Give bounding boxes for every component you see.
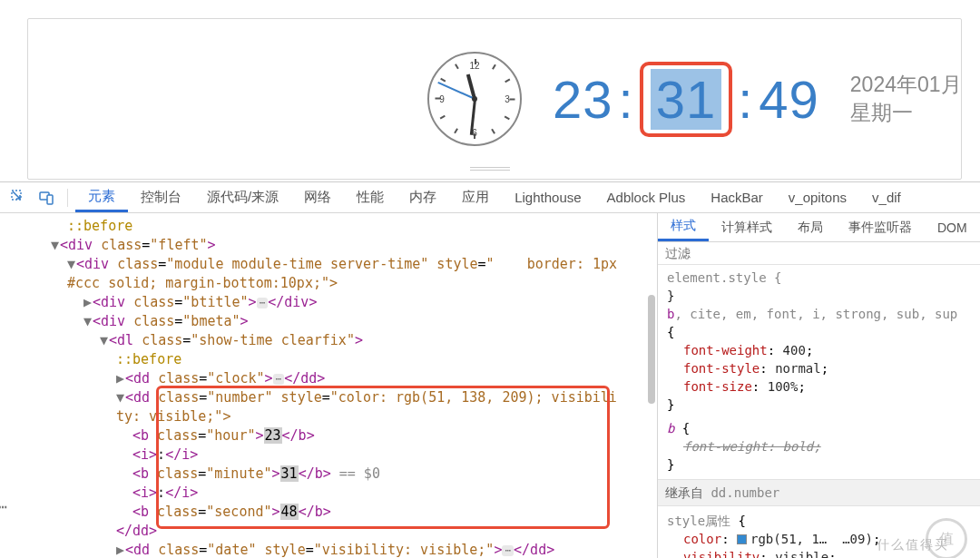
filter-input[interactable]: [665, 246, 973, 260]
tab-network[interactable]: 网络: [291, 182, 344, 212]
tab-voptions[interactable]: v_opitons: [776, 182, 859, 212]
tab-memory[interactable]: 内存: [397, 182, 449, 212]
date-line: 2024年01月22: [850, 71, 962, 99]
divider: [67, 189, 68, 207]
tab-console[interactable]: 控制台: [128, 182, 194, 212]
devtools-panel: 元素 控制台 源代码/来源 网络 性能 内存 应用 Lighthouse Adb…: [0, 181, 980, 558]
second-value: 49: [759, 69, 819, 130]
color-swatch-icon[interactable]: [737, 534, 747, 544]
tab-sources[interactable]: 源代码/来源: [194, 182, 291, 212]
tab-lighthouse[interactable]: Lighthouse: [502, 182, 593, 212]
tab-hackbar[interactable]: HackBar: [698, 182, 776, 212]
svg-rect-2: [47, 195, 53, 204]
page-preview: 12 3 6 9 23 : 31 : 49 2024年01月22 星期一: [27, 18, 962, 180]
tab-elements[interactable]: 元素: [75, 182, 128, 212]
minute-highlight-box: 31: [640, 62, 733, 137]
subtab-styles[interactable]: 样式: [658, 213, 709, 241]
dom-tree[interactable]: ⋯ ::before ▼<div class="fleft"> ▼<div cl…: [0, 213, 657, 558]
inspect-icon[interactable]: [5, 184, 33, 211]
tab-vdif[interactable]: v_dif: [859, 182, 914, 212]
scrollbar[interactable]: [648, 295, 655, 404]
subtab-eventlisteners[interactable]: 事件监听器: [836, 213, 925, 241]
resize-handle[interactable]: [470, 167, 510, 172]
tab-adblock[interactable]: Adblock Plus: [594, 182, 699, 212]
device-toggle-icon[interactable]: [33, 184, 60, 211]
digital-clock: 23 : 31 : 49: [553, 62, 819, 137]
tab-application[interactable]: 应用: [449, 182, 502, 212]
date-block: 2024年01月22 星期一: [850, 71, 962, 127]
subtab-computed[interactable]: 计算样式: [709, 213, 785, 241]
watermark-text: 什么值得买: [877, 537, 949, 553]
time-separator: :: [613, 69, 640, 130]
devtools-tabbar: 元素 控制台 源代码/来源 网络 性能 内存 应用 Lighthouse Adb…: [0, 182, 980, 213]
subtab-dom[interactable]: DOM: [925, 213, 980, 241]
weekday: 星期一: [850, 99, 962, 127]
styles-subtabs: 样式 计算样式 布局 事件监听器 DOM: [658, 213, 980, 242]
minute-value: 31: [651, 69, 722, 130]
style-rules[interactable]: element.style { } b, cite, em, font, i, …: [658, 265, 980, 558]
tab-performance[interactable]: 性能: [344, 182, 397, 212]
subtab-layout[interactable]: 布局: [785, 213, 836, 241]
inherit-separator: 继承自 dd.number: [658, 479, 980, 506]
styles-panel: 样式 计算样式 布局 事件监听器 DOM element.style { } b…: [657, 213, 980, 558]
analog-clock: 12 3 6 9: [427, 52, 522, 146]
overflow-dots-icon[interactable]: ⋯: [0, 497, 7, 516]
time-separator: :: [732, 69, 759, 130]
hour-value: 23: [553, 69, 613, 130]
styles-filter[interactable]: [658, 242, 980, 265]
